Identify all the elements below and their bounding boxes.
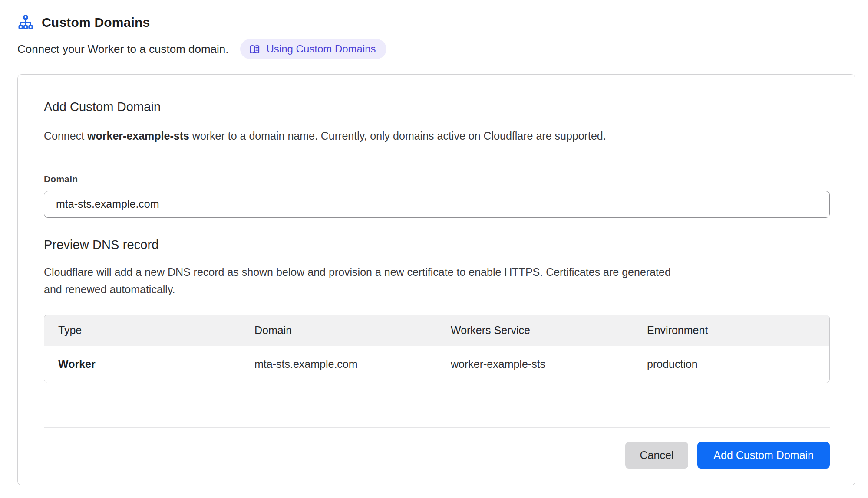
open-book-icon (249, 43, 261, 55)
page-title-row: Custom Domains (17, 15, 868, 30)
cell-domain: mta-sts.example.com (241, 346, 437, 383)
cell-workers-service: worker-example-sts (437, 346, 633, 383)
cancel-button[interactable]: Cancel (625, 442, 689, 469)
column-header-workers-service: Workers Service (437, 315, 633, 346)
worker-name: worker-example-sts (87, 130, 189, 142)
using-custom-domains-doc-link[interactable]: Using Custom Domains (240, 39, 386, 59)
doc-link-label: Using Custom Domains (267, 43, 376, 55)
card-actions: Cancel Add Custom Domain (44, 442, 830, 469)
card-intro-text: Connect worker-example-sts worker to a d… (44, 128, 829, 144)
table-row: Worker mta-sts.example.com worker-exampl… (44, 346, 829, 383)
column-header-type: Type (44, 315, 241, 346)
domain-input[interactable] (44, 191, 830, 218)
add-custom-domain-button[interactable]: Add Custom Domain (697, 442, 830, 469)
preview-dns-description: Cloudflare will add a new DNS record as … (44, 263, 684, 298)
table-header-row: Type Domain Workers Service Environment (44, 315, 829, 346)
add-custom-domain-card: Add Custom Domain Connect worker-example… (17, 74, 855, 485)
preview-dns-heading: Preview DNS record (44, 238, 829, 252)
page-title: Custom Domains (42, 15, 150, 30)
column-header-environment: Environment (633, 315, 829, 346)
sitemap-icon (17, 15, 34, 30)
page-subtitle: Connect your Worker to a custom domain. (17, 43, 229, 56)
intro-suffix: worker to a domain name. Currently, only… (189, 130, 606, 142)
cell-environment: production (633, 346, 829, 383)
column-header-domain: Domain (241, 315, 437, 346)
page-subtitle-row: Connect your Worker to a custom domain. … (17, 39, 868, 59)
footer-divider (44, 427, 830, 428)
domain-field-label: Domain (44, 174, 829, 184)
page-header: Custom Domains Connect your Worker to a … (0, 0, 868, 59)
cell-type: Worker (44, 346, 241, 383)
dns-preview-table: Type Domain Workers Service Environment … (44, 315, 830, 383)
intro-prefix: Connect (44, 130, 87, 142)
card-heading: Add Custom Domain (44, 100, 829, 114)
